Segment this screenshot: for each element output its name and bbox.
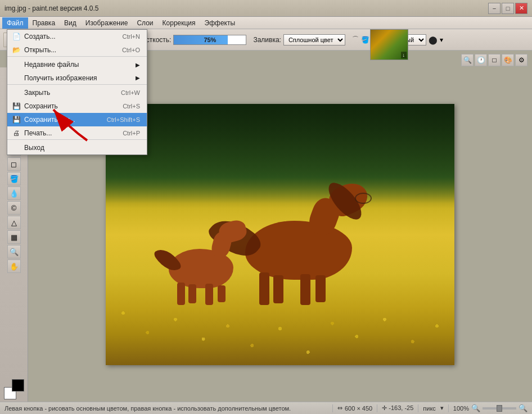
close-file-icon [12, 88, 21, 97]
menu-item-save-as[interactable]: 💾 Сохранить как... Ctrl+Shift+S [7, 113, 147, 126]
window-controls: − □ ✕ [488, 3, 528, 14]
zoom-out-btn[interactable]: 🔍 [471, 404, 480, 412]
tool-fill[interactable]: 🪣 [7, 172, 21, 185]
menu-item-new[interactable]: 📄 Создать... Ctrl+N [7, 30, 147, 43]
color-btn[interactable]: 🎨 [502, 54, 514, 66]
status-coords-display: ✛ -163, -25 [382, 404, 413, 412]
horse-leg-2 [273, 275, 283, 303]
tool-eraser[interactable]: ◻ [7, 157, 21, 171]
horse-leg-1 [259, 272, 269, 305]
color-swatches [4, 379, 24, 399]
fill-label: Заливка: [253, 36, 281, 44]
status-coordinates: -163, -25 [389, 404, 413, 411]
menu-item-exit[interactable]: Выход [7, 141, 147, 154]
status-sep-2 [377, 404, 377, 412]
status-hint: Левая кнопка - рисовать основным цветом,… [4, 405, 328, 412]
status-sep-3 [418, 404, 418, 412]
zoom-fit-btn[interactable]: 🔍 [461, 54, 474, 66]
menu-item-save[interactable]: 💾 Сохранить Ctrl+S [7, 99, 147, 113]
menu-effects[interactable]: Эффекты [200, 17, 240, 29]
curve-icon: ⌒ [352, 35, 359, 44]
tool-gradient[interactable]: ▦ [7, 230, 21, 244]
menu-close-label: Закрыть [24, 89, 50, 97]
thumbnail-label: ↓ [401, 52, 407, 58]
menu-view[interactable]: Вид [60, 17, 81, 29]
menu-file[interactable]: Файл [2, 17, 28, 29]
minimize-button[interactable]: − [488, 3, 501, 14]
view-btn[interactable]: □ [488, 54, 501, 66]
sphere-icon: ⬤ [429, 35, 438, 44]
status-size-control: ⇔ 600 × 450 [337, 404, 372, 412]
menu-exit-label: Выход [24, 144, 44, 152]
close-button[interactable]: ✕ [515, 3, 528, 14]
crosshair-icon: ✛ [382, 404, 387, 411]
menu-save-as-shortcut: Ctrl+Shift+S [107, 116, 140, 123]
save-as-icon: 💾 [12, 115, 21, 124]
status-bar: Левая кнопка - рисовать основным цветом,… [0, 402, 532, 414]
title-bar: img.jpg - paint.net версия 4.0.5 − □ ✕ [0, 0, 532, 17]
clock-btn[interactable]: 🕐 [475, 54, 487, 66]
tool-eyedropper[interactable]: 💧 [7, 186, 21, 200]
menu-item-close[interactable]: Закрыть Ctrl+W [7, 86, 147, 99]
foreground-color[interactable] [12, 379, 24, 392]
recent-icon [12, 60, 21, 69]
canvas [106, 104, 454, 365]
gear-btn[interactable]: ⚙ [515, 54, 528, 66]
tool-zoom[interactable]: 🔍 [7, 245, 21, 258]
horse-foal [155, 224, 253, 308]
menu-save-label: Сохранить [24, 102, 58, 110]
open-icon: 📂 [12, 46, 21, 54]
right-toolbar: 🔍 🕐 □ 🎨 ⚙ [461, 54, 528, 66]
acquire-arrow-icon: ▶ [136, 75, 140, 81]
menu-new-shortcut: Ctrl+N [123, 33, 140, 40]
window-title: img.jpg - paint.net версия 4.0.5 [4, 4, 99, 12]
zoom-in-btn[interactable]: 🔍 [519, 404, 528, 412]
tool-shapes[interactable]: △ [7, 216, 21, 229]
menu-open-shortcut: Ctrl+O [122, 47, 140, 53]
menu-layers[interactable]: Слои [132, 17, 157, 29]
scene [106, 104, 454, 365]
status-dimensions: 600 × 450 [345, 405, 372, 412]
foal-leg-3 [205, 284, 213, 305]
file-menu-dropdown: 📄 Создать... Ctrl+N 📂 Открыть... Ctrl+O … [7, 29, 147, 155]
exit-icon [12, 143, 21, 152]
zoom-slider-thumb[interactable] [497, 405, 502, 412]
hardness-bar[interactable]: 75% [173, 35, 246, 45]
menu-save-as-label: Сохранить как... [24, 116, 75, 124]
horse-body [245, 221, 352, 280]
hardness-value: 75% [174, 35, 246, 44]
status-unit: пикс [423, 405, 436, 412]
menu-image[interactable]: Изображение [81, 17, 133, 29]
hardness-control: Жёсткость: 75% [136, 35, 246, 45]
menu-adjustments[interactable]: Коррекция [158, 17, 200, 29]
unit-dropdown-icon[interactable]: ▾ [440, 404, 444, 412]
dropdown-arrow-icon: ▾ [440, 36, 443, 44]
thumbnail: ↓ [370, 29, 408, 60]
resize-icon: ⇔ [337, 404, 342, 412]
menu-bar: Файл Правка Вид Изображение Слои Коррекц… [0, 17, 532, 29]
fill-select[interactable]: Сплошной цвет [283, 34, 345, 46]
menu-save-shortcut: Ctrl+S [123, 103, 140, 110]
menu-print-label: Печать... [24, 129, 52, 137]
new-icon: 📄 [12, 32, 21, 41]
menu-item-recent[interactable]: Недавние файлы ▶ [7, 58, 147, 71]
menu-item-open[interactable]: 📂 Открыть... Ctrl+O [7, 43, 147, 57]
menu-open-label: Открыть... [24, 46, 56, 54]
zoom-slider[interactable] [483, 407, 516, 410]
zoom-value: 100% [453, 405, 469, 412]
menu-edit[interactable]: Правка [28, 17, 60, 29]
maximize-button[interactable]: □ [502, 3, 514, 14]
acquire-icon [12, 74, 21, 83]
zoom-control: 100% 🔍 🔍 [453, 404, 528, 412]
save-icon: 💾 [12, 102, 21, 111]
tool-pan[interactable]: ✋ [7, 260, 21, 273]
foal-leg-1 [177, 283, 185, 305]
menu-item-print[interactable]: 🖨 Печать... Ctrl+P [7, 126, 147, 140]
bucket-icon: 🪣 [361, 36, 369, 44]
menu-item-acquire[interactable]: Получить изображения ▶ [7, 71, 147, 85]
horse-leg-3 [300, 274, 310, 305]
horse-harness [355, 193, 372, 204]
menu-recent-label: Недавние файлы [24, 61, 79, 69]
horse-leg-4 [315, 275, 326, 302]
tool-clone[interactable]: © [7, 201, 21, 215]
